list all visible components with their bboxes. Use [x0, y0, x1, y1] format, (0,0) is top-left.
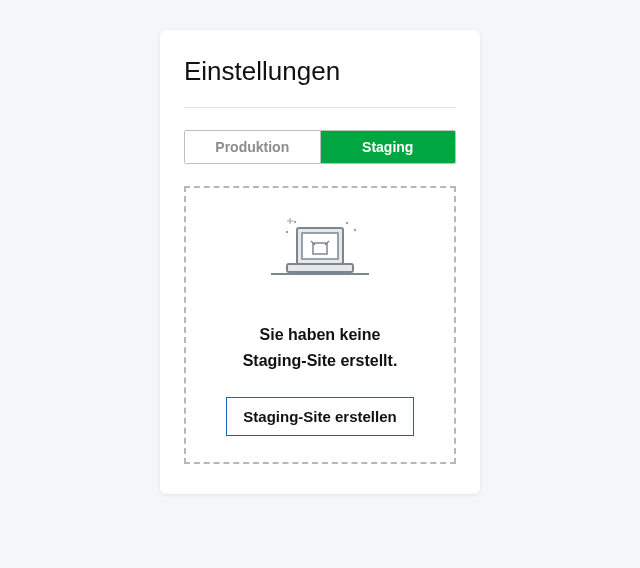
settings-card: Einstellungen Produktion Staging [160, 30, 480, 494]
svg-rect-7 [302, 233, 338, 259]
svg-point-3 [354, 229, 356, 231]
staging-empty-state: Sie haben keine Staging-Site erstellt. S… [184, 186, 456, 464]
svg-point-2 [346, 222, 348, 224]
svg-point-0 [286, 231, 288, 233]
divider [184, 107, 456, 108]
message-line-2: Staging-Site erstellt. [243, 352, 398, 369]
tab-staging[interactable]: Staging [321, 131, 456, 163]
create-staging-site-button[interactable]: Staging-Site erstellen [226, 397, 413, 436]
empty-state-message: Sie haben keine Staging-Site erstellt. [243, 322, 398, 373]
svg-rect-11 [287, 264, 353, 272]
tab-production[interactable]: Produktion [185, 131, 321, 163]
environment-tabs: Produktion Staging [184, 130, 456, 164]
page-title: Einstellungen [184, 56, 456, 87]
message-line-1: Sie haben keine [260, 326, 381, 343]
svg-point-1 [294, 221, 296, 223]
laptop-icon [265, 216, 375, 300]
